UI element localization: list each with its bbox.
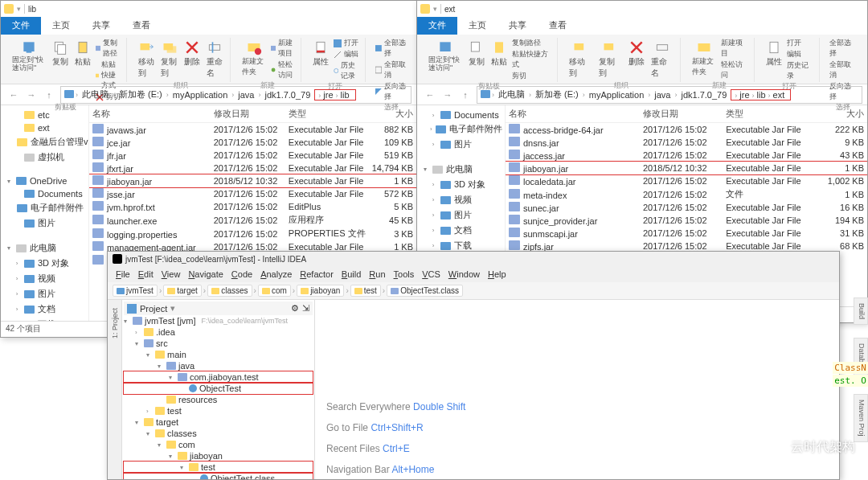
paste-shortcut-button[interactable]: 粘贴快捷方式 <box>512 49 552 70</box>
collapse-icon[interactable]: ⇲ <box>302 303 309 314</box>
tab-share[interactable]: 共享 <box>497 17 538 35</box>
tree-node[interactable]: ObjectTest.class <box>124 473 313 479</box>
tree-node[interactable]: ▾java <box>124 360 313 371</box>
breadcrumb-segment[interactable]: 新加卷 (E:) <box>117 88 165 101</box>
sidebar-item[interactable]: ›3D 对象 <box>4 256 85 271</box>
project-tool-window[interactable]: Project ▾ ⚙ ⇲ ▾jvmTest [jvm]F:\idea_code… <box>122 300 315 479</box>
breadcrumb-segment[interactable]: myApplication <box>170 90 230 100</box>
tool-window-build[interactable]: Build <box>854 297 868 325</box>
file-row[interactable]: sunmscapi.jar2017/12/6 15:02Executable J… <box>506 227 867 240</box>
sidebar-item[interactable]: etc <box>4 109 85 121</box>
paste-button[interactable]: 粘贴 <box>489 38 509 81</box>
select-all-button[interactable]: 全部选择 <box>375 38 407 59</box>
menu-refactor[interactable]: Refactor <box>297 269 337 279</box>
menu-build[interactable]: Build <box>338 269 364 279</box>
rename-button[interactable]: 重命名 <box>205 38 225 80</box>
copy-to-button[interactable]: 复制到 <box>597 38 624 80</box>
move-to-button[interactable]: 移动到 <box>137 38 157 80</box>
tab-home[interactable]: 主页 <box>457 17 497 35</box>
sidebar-item[interactable]: ›图片 <box>4 286 85 302</box>
menu-navigate[interactable]: Navigate <box>185 269 226 279</box>
ide-menubar[interactable]: FileEditViewNavigateCodeAnalyzeRefactorB… <box>108 266 839 282</box>
tab-view[interactable]: 查看 <box>538 17 578 35</box>
tree-node[interactable]: ▾target <box>124 416 313 428</box>
breadcrumb-segment[interactable]: java <box>235 90 256 100</box>
forward-button[interactable]: → <box>440 87 456 103</box>
menu-view[interactable]: View <box>158 269 184 279</box>
sidebar-item[interactable]: ›视频 <box>4 271 85 286</box>
menu-edit[interactable]: Edit <box>135 269 157 279</box>
edit-button[interactable]: 编辑 <box>334 49 360 59</box>
delete-button[interactable]: 删除 <box>182 38 202 80</box>
new-folder-button[interactable]: 新建文件夹 <box>690 38 718 80</box>
breadcrumb-segment[interactable]: jre <box>737 90 751 100</box>
file-row[interactable]: meta-index2017/12/6 15:02文件1 KB <box>506 187 867 201</box>
file-row[interactable]: logging.properties2017/12/6 15:02PROPERT… <box>89 227 416 240</box>
tree-node[interactable]: ▾main <box>124 349 313 360</box>
history-button[interactable]: 历史记录 <box>787 60 814 81</box>
new-item-button[interactable]: 新建项目 <box>271 38 296 59</box>
ide-crumb-segment[interactable]: target <box>163 285 202 297</box>
file-row[interactable]: dnsns.jar2017/12/6 15:02Executable Jar F… <box>506 136 867 149</box>
menu-help[interactable]: Help <box>485 269 510 279</box>
file-row[interactable]: localedata.jar2017/12/6 15:02Executable … <box>506 174 867 187</box>
select-none-button[interactable]: 全部取消 <box>375 59 407 80</box>
breadcrumb-segment[interactable]: lib <box>755 90 768 100</box>
file-row[interactable]: launcher.exe2017/12/6 15:02应用程序45 KB <box>89 213 416 227</box>
sidebar-item[interactable]: ›视频 <box>420 192 502 207</box>
tool-rail-left[interactable]: 1: Project <box>108 300 122 479</box>
sidebar-item[interactable]: ▾此电脑 <box>4 240 85 256</box>
menu-vcs[interactable]: VCS <box>419 269 444 279</box>
file-row[interactable]: jvm.hprof.txt2017/12/6 15:02EditPlus5 KB <box>89 200 416 213</box>
cut-button[interactable]: 剪切 <box>512 71 552 81</box>
tool-window-maven[interactable]: Maven Proj <box>854 394 868 442</box>
file-row[interactable]: sunec.jar2017/12/6 15:02Executable Jar F… <box>506 201 867 214</box>
file-list-header[interactable]: 名称 修改日期 类型 大小 <box>506 105 867 123</box>
sidebar-item[interactable]: ext <box>4 121 85 134</box>
menu-code[interactable]: Code <box>228 269 256 279</box>
tree-node[interactable]: ▾src <box>124 338 313 349</box>
breadcrumb-path[interactable]: ›此电脑›新加卷 (E:)›myApplication›java›jdk1.7.… <box>60 86 411 104</box>
pin-button[interactable]: 固定到"快速访问" <box>427 38 464 81</box>
sidebar-item[interactable]: ›图片 <box>420 207 502 223</box>
ide-breadcrumb[interactable]: jvmTest›target›classes›com›jiaboyan›test… <box>108 282 839 300</box>
ide-crumb-segment[interactable]: ObjectTest.class <box>387 285 463 297</box>
tab-home[interactable]: 主页 <box>41 17 81 35</box>
file-row[interactable]: jce.jar2017/12/6 15:02Executable Jar Fil… <box>89 136 416 149</box>
forward-button[interactable]: → <box>23 87 39 103</box>
breadcrumb-segment[interactable]: myApplication <box>587 90 646 100</box>
navigation-sidebar[interactable]: etcext金融后台管理v1虚拟机▾OneDriveDocuments电子邮件附… <box>1 105 89 337</box>
copy-button[interactable]: 复制 <box>467 38 486 81</box>
history-button[interactable]: 历史记录 <box>334 60 360 81</box>
easy-access-button[interactable]: 轻松访问 <box>721 59 748 80</box>
tree-node[interactable]: ›.idea <box>124 326 313 338</box>
up-button[interactable]: ↑ <box>41 87 57 103</box>
project-header[interactable]: Project ▾ ⚙ ⇲ <box>124 302 313 315</box>
tab-file[interactable]: 文件 <box>417 17 457 35</box>
menu-tools[interactable]: Tools <box>391 269 418 279</box>
breadcrumb-segment[interactable]: java <box>652 90 673 100</box>
file-row[interactable]: jiaboyan.jar2018/5/12 10:32Executable Ja… <box>506 162 867 174</box>
ide-crumb-segment[interactable]: com <box>258 285 291 297</box>
tab-share[interactable]: 共享 <box>81 17 121 35</box>
sidebar-item[interactable]: ›Documents <box>420 109 502 121</box>
menu-analyze[interactable]: Analyze <box>257 269 295 279</box>
file-row[interactable]: jsse.jar2017/12/6 15:02Executable Jar Fi… <box>89 187 416 200</box>
breadcrumb-segment[interactable]: 此电脑 <box>496 88 527 101</box>
sidebar-item[interactable]: ▾此电脑 <box>420 162 502 177</box>
up-button[interactable]: ↑ <box>457 87 473 103</box>
breadcrumb-path[interactable]: ›此电脑›新加卷 (E:)›myApplication›java›jdk1.7.… <box>477 86 862 104</box>
sidebar-item[interactable]: ›文档 <box>4 302 85 317</box>
tab-view[interactable]: 查看 <box>121 17 162 35</box>
sidebar-item[interactable]: ›3D 对象 <box>420 177 502 192</box>
ide-crumb-segment[interactable]: classes <box>207 285 252 297</box>
copy-path-button[interactable]: 复制路径 <box>512 38 552 48</box>
sidebar-item[interactable]: ›图片 <box>420 137 502 152</box>
back-button[interactable]: ← <box>422 87 438 103</box>
rename-button[interactable]: 重命名 <box>649 38 676 80</box>
file-row[interactable]: sunjce_provider.jar2017/12/6 15:02Execut… <box>506 214 867 227</box>
file-row[interactable]: jiaboyan.jar2018/5/12 10:32Executable Ja… <box>89 174 416 187</box>
sidebar-item[interactable]: Documents <box>4 187 85 200</box>
copy-to-button[interactable]: 复制到 <box>159 38 179 80</box>
window-titlebar[interactable]: ▾ ext <box>417 1 867 17</box>
